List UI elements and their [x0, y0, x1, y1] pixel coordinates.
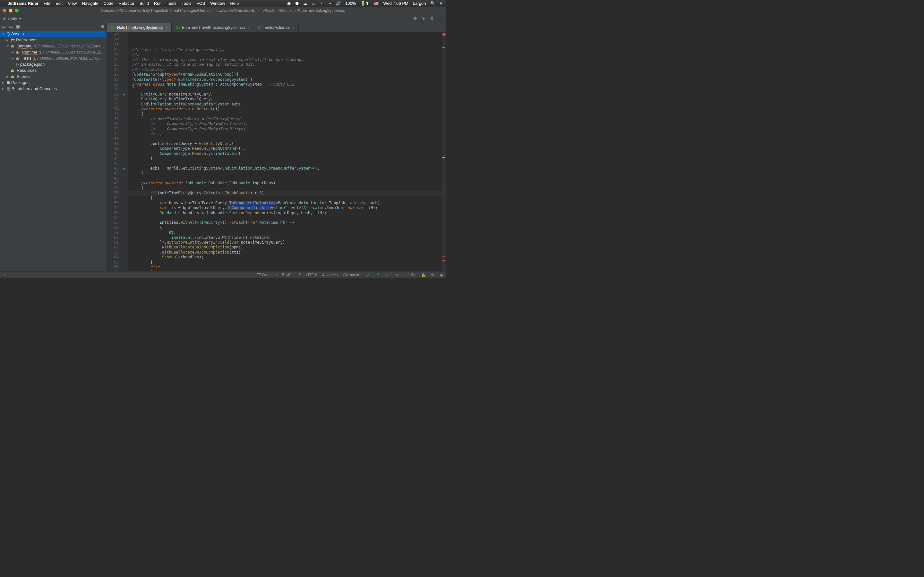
status-beaker-icon[interactable]: ⚗ [431, 273, 435, 277]
menu-build[interactable]: Build [140, 1, 149, 6]
error-strip[interactable]: ! [442, 32, 446, 271]
tree-node-runtime[interactable]: ▶🖿 Runtime (E7.Onmaku, E7.Onmaku.Simfile… [0, 49, 107, 55]
status-encoding[interactable]: UTF-8 [306, 273, 317, 277]
app-name[interactable]: JetBrains Rider [8, 1, 39, 6]
status-vcs-icon[interactable]: ⎇ [375, 273, 380, 277]
main-toolbar: ◈ Unity ⟳ ⇲ ⚙ — [0, 14, 446, 23]
folder-icon: 🖿 [16, 56, 21, 61]
status-git[interactable]: Git: master [343, 273, 362, 277]
project-tree[interactable]: ▼⬡ Assets ▶⬒ References ▼🖿 Onmaku (E7.On… [0, 30, 107, 271]
panel-tab-icon[interactable]: ▭ [2, 24, 6, 29]
collapse-icon[interactable]: — [439, 16, 443, 21]
control-center-icon[interactable]: ≡ [440, 1, 443, 6]
module-icon: ⬡ [6, 31, 10, 36]
run-config-selector[interactable]: ◈ Unity [3, 16, 21, 21]
settings-icon[interactable]: ⚙ [430, 16, 434, 21]
tab-editor-action[interactable]: C# EditorAction.cs × [254, 23, 299, 32]
editor-tabs: C# NoteTimeBakingSystem.cs × C# BpmTimeT… [107, 23, 446, 32]
code-editor[interactable]: /// have to follow the linkage manually.… [128, 32, 442, 271]
json-icon: {} [16, 62, 19, 67]
window-maximize-button[interactable] [15, 9, 19, 13]
status-checkmark-icon[interactable]: ✔ [367, 273, 370, 277]
status-context[interactable]: E7.Onmaku [256, 273, 276, 277]
folder-icon: 🖿 [11, 74, 15, 79]
statusbar-tool-icon[interactable]: ▭ [3, 273, 6, 277]
battery-icon[interactable]: 🔋↯ [360, 1, 369, 6]
menu-code[interactable]: Code [103, 1, 113, 6]
spotlight-icon[interactable]: 🔍 [430, 1, 435, 6]
folder-icon: 🖿 [11, 44, 15, 48]
tree-node-package-json[interactable]: {} package.json [0, 61, 107, 67]
battery-pct[interactable]: 100% [345, 1, 356, 6]
menu-edit[interactable]: Edit [55, 1, 63, 6]
close-icon[interactable]: × [292, 25, 295, 30]
window-close-button[interactable] [3, 9, 6, 13]
volume-icon[interactable]: 🔊 [336, 1, 341, 6]
unity-icon: ◈ [3, 16, 6, 21]
status-indent[interactable]: 4 spaces [322, 273, 338, 277]
menu-tools[interactable]: Tools [182, 1, 191, 6]
line-gutter[interactable]: 19 20 21 22 23 24 25 26 27 28 29 30 31 3… [107, 32, 121, 271]
menu-help[interactable]: Help [230, 1, 239, 6]
menu-file[interactable]: File [44, 1, 50, 6]
tree-node-resources[interactable]: 🖿 Resources [0, 67, 107, 73]
project-panel: ▭ ▭ ▣ ⚙ ▼⬡ Assets ▶⬒ References ▼🖿 Onmak… [0, 23, 107, 271]
layers-icon[interactable]: ⇲ [422, 16, 425, 21]
main-area: ▭ ▭ ▣ ⚙ ▼⬡ Assets ▶⬒ References ▼🖿 Onmak… [0, 23, 446, 271]
clock[interactable]: Wed 7:06 PM [383, 1, 409, 6]
status-line-ending[interactable]: LF [297, 273, 301, 277]
close-icon[interactable]: × [165, 25, 168, 30]
folder-icon: 🖿 [16, 50, 21, 55]
bluetooth-icon[interactable]: ⌖ [329, 1, 331, 6]
error-indicator[interactable]: ! [443, 33, 446, 36]
tree-node-scratches[interactable]: ▶▤ Scratches and Consoles [0, 85, 107, 92]
editor-body[interactable]: 19 20 21 22 23 24 25 26 27 28 29 30 31 3… [107, 32, 446, 271]
window-titlebar: Onmaku [~/Documents/Unity Projects/Inter… [0, 7, 446, 14]
menu-tests[interactable]: Tests [167, 1, 176, 6]
panel-tab-icon3[interactable]: ▣ [16, 24, 20, 29]
tree-node-tests[interactable]: ▶🖿 Tests (E7.Onmaku.SimfileEditor.Tests,… [0, 55, 107, 61]
menu-refactor[interactable]: Refactor [119, 1, 134, 6]
scratch-icon: ▤ [6, 86, 10, 91]
menu-window[interactable]: Window [210, 1, 225, 6]
window-title: Onmaku [~/Documents/Unity Projects/Inter… [3, 8, 443, 13]
panel-tab-icon2[interactable]: ▭ [9, 24, 13, 29]
dropbox-icon[interactable]: ⬟ [295, 1, 299, 6]
tab-bpm-processing[interactable]: C# BpmTimeTravelProcessingSystem.cs × [172, 23, 254, 32]
editor-area: C# NoteTimeBakingSystem.cs × C# BpmTimeT… [107, 23, 446, 271]
tree-node-scenes[interactable]: ▶🖿 Scenes [0, 73, 107, 79]
system-tray: ◉ ⬟ ☁ ▭ ᯤ ⌖ 🔊 100% 🔋↯ 🇺🇸 Wed 7:06 PM 5ar… [287, 1, 443, 6]
tab-note-time-baking[interactable]: C# NoteTimeBakingSystem.cs × [107, 23, 172, 32]
package-icon: ⬢ [6, 80, 10, 85]
status-lock-icon[interactable]: 🔒 [421, 273, 426, 277]
menu-vcs[interactable]: VCS [196, 1, 205, 6]
wifi-icon[interactable]: ᯤ [320, 1, 325, 6]
user-menu[interactable]: 5argon [413, 1, 426, 6]
run-config-name: Unity [8, 16, 21, 21]
panel-settings-icon[interactable]: ⚙ [101, 24, 105, 29]
tray-icon[interactable]: ◉ [287, 1, 291, 6]
tree-node-assets[interactable]: ▼⬡ Assets [0, 31, 107, 37]
status-position[interactable]: 51:49 [282, 273, 292, 277]
tree-node-packages[interactable]: ▶⬢ Packages [0, 79, 107, 85]
input-flag[interactable]: 🇺🇸 [373, 1, 379, 6]
tree-node-references[interactable]: ▶⬒ References [0, 37, 107, 43]
status-bar: ▭ E7.Onmaku 51:49 LF UTF-8 4 spaces Git:… [0, 271, 446, 278]
cloud-icon[interactable]: ☁ [303, 1, 307, 6]
menu-navigate[interactable]: Navigate [82, 1, 98, 6]
close-icon[interactable]: × [248, 25, 250, 30]
folder-icon: 🖿 [11, 68, 15, 73]
status-errors[interactable]: ⊘ 2 errors in 1 file [384, 273, 416, 277]
references-icon: ⬒ [11, 37, 15, 42]
gutter-icons[interactable]: ↑o ↑o [121, 32, 128, 271]
display-icon[interactable]: ▭ [312, 1, 316, 6]
menu-view[interactable]: View [68, 1, 77, 6]
menu-run[interactable]: Run [154, 1, 162, 6]
macos-menu-bar: JetBrains Rider File Edit View Navigate … [0, 0, 446, 7]
tree-node-onmaku[interactable]: ▼🖿 Onmaku (E7.Onmaku, E7.Onmaku.SimfileE… [0, 43, 107, 49]
status-terminal-icon[interactable]: ▣ [439, 273, 443, 277]
sync-icon[interactable]: ⟳ [413, 16, 417, 21]
project-panel-header: ▭ ▭ ▣ ⚙ [0, 23, 107, 30]
window-minimize-button[interactable] [9, 9, 13, 13]
